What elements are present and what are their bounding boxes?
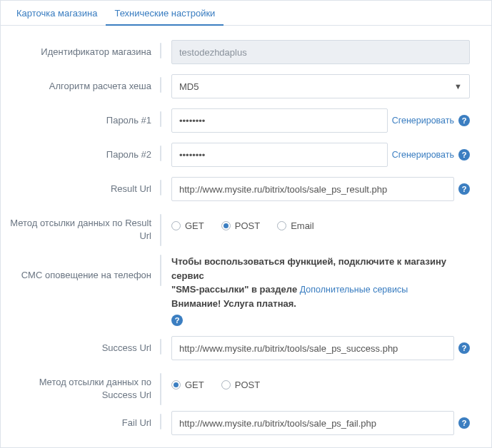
password2-input[interactable] [171, 143, 388, 167]
tab-tech-settings[interactable]: Технические настройки [106, 1, 224, 26]
row-shop-id: Идентификатор магазина testodezhdaplus [8, 40, 470, 64]
help-icon[interactable]: ? [171, 315, 183, 326]
hash-algo-select[interactable]: MD5 ▼ [171, 74, 470, 98]
label-result-url: Result Url [8, 177, 161, 195]
sms-line2: Внимание! Услуга платная. [171, 298, 296, 309]
row-result-url: Result Url ? [8, 177, 470, 201]
radio-icon [221, 380, 231, 390]
result-method-get[interactable]: GET [171, 220, 204, 231]
sms-line1b: "SMS-рассылки" в разделе [171, 284, 300, 295]
result-method-group: GET POST Email [171, 216, 314, 231]
result-method-post[interactable]: POST [221, 220, 260, 231]
form: Идентификатор магазина testodezhdaplus А… [1, 26, 491, 448]
generate-password1-link[interactable]: Сгенерировать [392, 116, 454, 126]
radio-label: GET [185, 380, 204, 390]
label-fail-url: Fail Url [8, 411, 161, 429]
radio-label: POST [235, 380, 260, 390]
label-result-method: Метод отсылки данных по Result Url [8, 211, 161, 242]
fail-url-input[interactable] [171, 411, 454, 435]
row-fail-url: Fail Url ? [8, 411, 470, 435]
generate-password2-link[interactable]: Сгенерировать [392, 150, 454, 160]
help-icon[interactable]: ? [458, 183, 470, 195]
label-fail-method: Метод отсылки данных по Fail Url [8, 445, 161, 448]
radio-icon [221, 221, 231, 230]
row-success-method: Метод отсылки данных по Success Url GET … [8, 370, 470, 401]
hash-algo-value: MD5 [179, 81, 199, 92]
row-password2: Пароль #2 Сгенерировать ? [8, 143, 470, 167]
label-hash-algo: Алгоритм расчета хеша [8, 74, 161, 93]
label-success-url: Success Url [8, 336, 161, 355]
radio-icon [171, 221, 181, 230]
success-method-post[interactable]: POST [221, 380, 260, 390]
label-sms-notice: СМС оповещение на телефон [8, 252, 161, 282]
sms-notice-text: Чтобы воспользоваться функцией, подключи… [171, 255, 470, 310]
label-success-method: Метод отсылки данных по Success Url [8, 370, 161, 401]
success-url-input[interactable] [171, 336, 454, 360]
radio-label: GET [185, 220, 204, 231]
label-shop-id: Идентификатор магазина [8, 40, 161, 58]
help-icon[interactable]: ? [458, 115, 470, 126]
row-result-method: Метод отсылки данных по Result Url GET P… [8, 211, 470, 242]
help-icon[interactable]: ? [458, 149, 470, 161]
password1-input[interactable] [171, 108, 388, 133]
chevron-down-icon: ▼ [454, 82, 462, 91]
row-hash-algo: Алгоритм расчета хеша MD5 ▼ [8, 74, 470, 98]
shop-id-field: testodezhdaplus [171, 40, 470, 64]
radio-icon [277, 221, 286, 230]
result-method-email[interactable]: Email [277, 220, 314, 231]
label-password2: Пароль #2 [8, 143, 161, 161]
row-success-url: Success Url ? [8, 336, 470, 360]
row-sms-notice: СМС оповещение на телефон Чтобы воспольз… [8, 252, 470, 326]
additional-services-link[interactable]: Дополнительные сервисы [300, 285, 408, 295]
tabs: Карточка магазина Технические настройки [1, 1, 491, 26]
radio-icon [171, 380, 181, 390]
label-password1: Пароль #1 [8, 108, 161, 127]
help-icon[interactable]: ? [458, 342, 470, 354]
success-method-get[interactable]: GET [171, 380, 204, 390]
settings-panel: Карточка магазина Технические настройки … [0, 0, 492, 448]
help-icon[interactable]: ? [458, 417, 470, 429]
radio-label: Email [291, 220, 314, 231]
radio-label: POST [235, 220, 260, 231]
tab-shop-card[interactable]: Карточка магазина [8, 1, 106, 26]
row-fail-method: Метод отсылки данных по Fail Url GET POS… [8, 445, 470, 448]
result-url-input[interactable] [171, 177, 454, 201]
sms-line1a: Чтобы воспользоваться функцией, подключи… [171, 256, 446, 281]
success-method-group: GET POST [171, 375, 260, 390]
row-password1: Пароль #1 Сгенерировать ? [8, 108, 470, 133]
